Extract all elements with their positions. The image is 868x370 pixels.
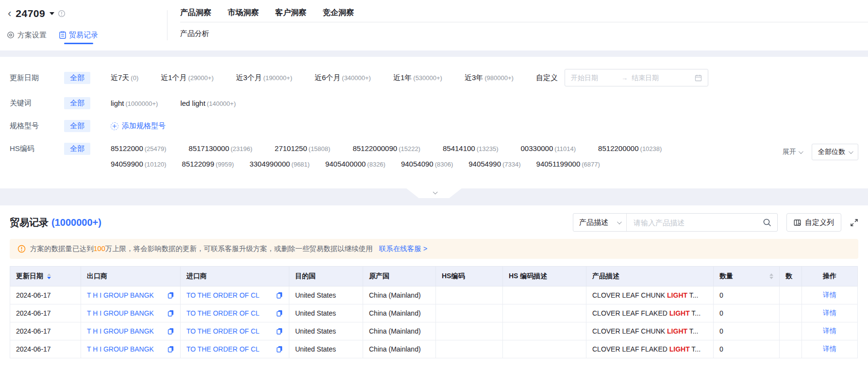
exporter-link[interactable]: T H I GROUP BANGK	[87, 309, 154, 317]
fullscreen-icon	[850, 219, 858, 227]
copy-icon[interactable]	[276, 292, 283, 299]
copy-icon[interactable]	[167, 310, 174, 317]
collapse-filter-tab[interactable]	[406, 188, 462, 198]
header-divider	[167, 10, 167, 40]
option-3years[interactable]: 近3年(980000+)	[465, 73, 514, 83]
hs-option[interactable]: 85122000090(15222)	[352, 144, 420, 152]
option-1year[interactable]: 近1年(530000+)	[393, 73, 442, 83]
sort-update-date[interactable]	[47, 273, 51, 279]
hs-option[interactable]: 8512200000(10238)	[598, 144, 662, 152]
option-1month[interactable]: 近1个月(29000+)	[161, 73, 214, 83]
detail-link[interactable]: 详情	[823, 291, 836, 299]
date-range-picker[interactable]: →	[565, 69, 708, 86]
contact-support-link[interactable]: 联系在线客服 >	[379, 244, 428, 253]
importer-link[interactable]: TO THE ORDER OF CL	[186, 309, 259, 317]
cell-hs-desc	[503, 286, 586, 304]
hs-option[interactable]: 94051199000(6877)	[536, 160, 600, 168]
warning-icon	[17, 245, 26, 253]
hs-option[interactable]: 85122000(25479)	[111, 144, 167, 152]
cell-hs-code	[436, 304, 503, 322]
back-icon[interactable]: ‹	[7, 8, 12, 19]
tab-market-insight[interactable]: 市场洞察	[228, 8, 259, 18]
add-spec-button[interactable]: 添加规格型号	[111, 121, 166, 131]
option-6months[interactable]: 近6个月(340000+)	[315, 73, 371, 83]
hs-option[interactable]: 94054090(8306)	[401, 160, 453, 168]
spec-all-chip[interactable]: 全部	[64, 120, 90, 132]
hs-option[interactable]: 94054990(7334)	[468, 160, 520, 168]
chevron-down-icon[interactable]	[50, 12, 54, 15]
keyword-light[interactable]: light(1000000+)	[111, 99, 158, 107]
hs-option[interactable]: 27101250(15808)	[275, 144, 331, 152]
keyword-led-light[interactable]: led light(140000+)	[180, 99, 235, 107]
custom-date-label[interactable]: 自定义	[536, 73, 558, 83]
col-hs-desc: HS 编码描述	[503, 267, 586, 286]
sort-quantity[interactable]	[769, 273, 773, 279]
cell-origin: China (Mainland)	[363, 340, 436, 358]
copy-icon[interactable]	[276, 328, 283, 335]
table-row: 2024-06-17 T H I GROUP BANGK TO THE ORDE…	[10, 340, 858, 358]
option-3months[interactable]: 近3个月(190000+)	[236, 73, 292, 83]
keyword-label: 关键词	[10, 99, 64, 108]
importer-link[interactable]: TO THE ORDER OF CL	[186, 291, 259, 299]
exporter-link[interactable]: T H I GROUP BANGK	[87, 345, 154, 353]
hs-option[interactable]: 94059900(10120)	[111, 160, 167, 168]
hs-option[interactable]: 9405400000(8326)	[325, 160, 385, 168]
cell-action: 详情	[802, 322, 858, 340]
hs-option[interactable]: 8517130000(23196)	[189, 144, 252, 152]
exporter-link[interactable]: T H I GROUP BANGK	[87, 327, 154, 335]
search-input[interactable]	[627, 219, 757, 227]
cell-destination: United States	[289, 322, 363, 340]
calendar-icon[interactable]	[695, 74, 702, 82]
end-date-input[interactable]	[632, 74, 678, 82]
info-icon[interactable]	[58, 10, 66, 17]
search-button[interactable]	[757, 218, 777, 227]
copy-icon[interactable]	[167, 292, 174, 299]
hs-option[interactable]: 00330000(11014)	[521, 144, 576, 152]
cell-quantity: 0	[714, 340, 780, 358]
option-7days[interactable]: 近7天(0)	[111, 73, 138, 83]
cell-importer: TO THE ORDER OF CL	[181, 286, 289, 304]
detail-link[interactable]: 详情	[823, 345, 836, 353]
search-type-select[interactable]: 产品描述	[573, 214, 627, 231]
cell-quantity: 0	[714, 286, 780, 304]
start-date-input[interactable]	[571, 74, 618, 82]
tab-plan-settings[interactable]: 方案设置	[7, 31, 47, 40]
cell-action: 详情	[802, 340, 858, 358]
plan-settings-label: 方案设置	[17, 31, 47, 40]
importer-link[interactable]: TO THE ORDER OF CL	[186, 327, 259, 335]
trade-records-section: 贸易记录 (1000000+) 产品描述 自定义列	[0, 205, 868, 370]
hs-code-line-1: 85122000(25479) 8517130000(23196) 271012…	[111, 144, 770, 152]
hs-all-chip[interactable]: 全部	[64, 143, 90, 155]
hs-option[interactable]: 85414100(13235)	[443, 144, 499, 152]
tab-product-insight[interactable]: 产品洞察	[180, 8, 211, 18]
keyword-all-chip[interactable]: 全部	[64, 97, 90, 109]
expand-button[interactable]: 展开	[783, 148, 802, 156]
col-product-desc: 产品描述	[586, 267, 714, 286]
fullscreen-button[interactable]	[850, 219, 858, 227]
tab-competitor-insight[interactable]: 竞企洞察	[323, 8, 354, 18]
custom-columns-button[interactable]: 自定义列	[786, 213, 841, 232]
plan-id[interactable]: 24709	[16, 8, 45, 19]
header-left: ‹ 24709 方案设置 贸易记录	[7, 0, 167, 50]
digits-dropdown[interactable]: 全部位数	[812, 144, 858, 160]
cell-product-desc: CLOVER LEAF FLAKED LIGHT T...	[586, 340, 714, 358]
detail-link[interactable]: 详情	[823, 309, 836, 317]
cell-quantity: 0	[714, 322, 780, 340]
copy-icon[interactable]	[276, 346, 283, 353]
records-count: (1000000+)	[51, 217, 101, 228]
update-date-label: 更新日期	[10, 73, 64, 83]
date-arrow-icon: →	[621, 74, 628, 82]
plan-subtabs: 方案设置 贸易记录	[7, 25, 167, 45]
copy-icon[interactable]	[167, 328, 174, 335]
copy-icon[interactable]	[276, 310, 283, 317]
detail-link[interactable]: 详情	[823, 327, 836, 335]
hs-option[interactable]: 85122099(9959)	[182, 160, 234, 168]
update-date-all-chip[interactable]: 全部	[64, 72, 90, 84]
tab-product-analysis[interactable]: 产品分析	[180, 22, 868, 38]
exporter-link[interactable]: T H I GROUP BANGK	[87, 291, 154, 299]
hs-option[interactable]: 3304990000(9681)	[250, 160, 310, 168]
tab-customer-insight[interactable]: 客户洞察	[275, 8, 306, 18]
importer-link[interactable]: TO THE ORDER OF CL	[186, 345, 259, 353]
copy-icon[interactable]	[167, 346, 174, 353]
tab-trade-records[interactable]: 贸易记录	[59, 31, 98, 40]
